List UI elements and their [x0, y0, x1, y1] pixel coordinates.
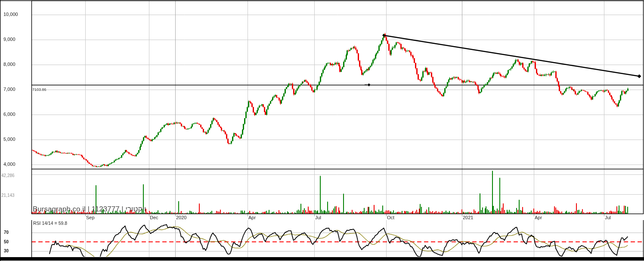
price-chart-canvas[interactable] [0, 0, 644, 261]
stock-chart-root: Bursagraph.co.il | 1123777 | ויקטורי 710… [0, 0, 644, 261]
